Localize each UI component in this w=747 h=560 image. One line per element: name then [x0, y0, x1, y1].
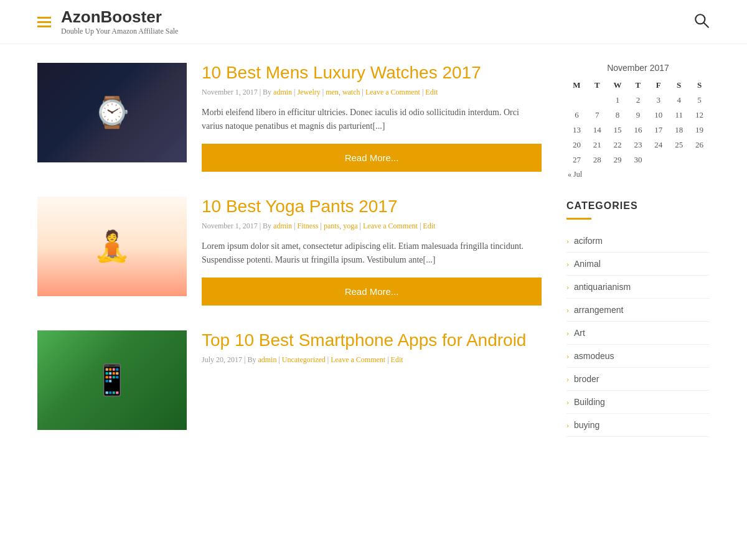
post-thumbnail [37, 197, 187, 296]
category-label: buying [574, 420, 599, 430]
calendar-day[interactable]: 18 [669, 123, 689, 138]
post-edit[interactable]: Edit [423, 222, 435, 230]
calendar-day [566, 93, 587, 108]
post-item: 10 Best Yoga Pants 2017 November 1, 2017… [37, 197, 542, 306]
calendar-day[interactable]: 25 [669, 138, 689, 152]
calendar-day[interactable]: 7 [587, 108, 608, 123]
calendar-day [689, 152, 710, 167]
post-comments[interactable]: Leave a Comment [331, 355, 385, 364]
category-label: asmodeus [574, 351, 614, 361]
calendar-day[interactable]: 27 [566, 152, 587, 167]
post-meta: July 20, 2017 | By admin | Uncategorized… [202, 355, 542, 365]
read-more-button[interactable]: Read More... [202, 144, 542, 172]
post-author[interactable]: admin [273, 88, 292, 96]
post-title[interactable]: Top 10 Best Smartphone Apps for Android [202, 330, 542, 350]
calendar-day[interactable]: 13 [566, 123, 587, 138]
svg-line-1 [704, 23, 708, 27]
post-body: 10 Best Yoga Pants 2017 November 1, 2017… [202, 197, 542, 306]
calendar-day[interactable]: 15 [608, 123, 628, 138]
post-title[interactable]: 10 Best Yoga Pants 2017 [202, 197, 542, 217]
search-button[interactable] [693, 12, 710, 31]
calendar-day[interactable]: 20 [566, 138, 587, 152]
post-category[interactable]: Fitness [297, 222, 318, 230]
page-container: 10 Best Mens Luxury Watches 2017 Novembe… [0, 44, 747, 474]
calendar-day[interactable]: 26 [689, 138, 710, 152]
post-tag-yoga[interactable]: yoga [343, 222, 357, 230]
calendar-day[interactable]: 22 [608, 138, 628, 152]
calendar-day[interactable]: 14 [587, 123, 608, 138]
post-comments[interactable]: Leave a Comment [363, 222, 418, 230]
calendar-day[interactable]: 8 [608, 108, 628, 123]
category-arrow-icon: › [566, 306, 569, 315]
category-label: aciform [574, 236, 603, 246]
calendar-day[interactable]: 10 [648, 108, 669, 123]
post-tag-pants[interactable]: pants [324, 222, 339, 230]
post-author[interactable]: admin [273, 222, 292, 230]
site-tagline: Double Up Your Amazon Affiliate Sale [61, 27, 178, 36]
calendar-day-header: F [648, 78, 669, 93]
post-tag-watch[interactable]: watch [342, 88, 360, 96]
category-arrow-icon: › [566, 421, 569, 430]
calendar-day-header: T [628, 78, 649, 93]
calendar-day[interactable]: 12 [689, 108, 710, 123]
category-item[interactable]: ›Art [566, 322, 710, 345]
category-item[interactable]: ›broder [566, 368, 710, 391]
category-item[interactable]: ›buying [566, 414, 710, 437]
calendar-day[interactable]: 28 [587, 152, 608, 167]
post-excerpt: Morbi eleifend libero in efficitur ultri… [202, 106, 542, 134]
category-arrow-icon: › [566, 398, 569, 407]
post-category[interactable]: Uncategorized [282, 355, 326, 364]
calendar-day[interactable]: 2 [628, 93, 649, 108]
calendar-day[interactable]: 21 [587, 138, 608, 152]
post-edit[interactable]: Edit [391, 355, 403, 364]
calendar-day[interactable]: 30 [628, 152, 649, 167]
calendar-day[interactable]: 11 [669, 108, 689, 123]
category-arrow-icon: › [566, 259, 569, 269]
post-tag-men[interactable]: men [326, 88, 339, 96]
site-branding: AzonBooster Double Up Your Amazon Affili… [61, 7, 178, 36]
post-date: July 20, 2017 [202, 355, 242, 364]
categories-underline [566, 218, 591, 220]
category-label: antiquarianism [574, 282, 631, 292]
calendar-day [669, 152, 689, 167]
calendar-day-header: W [608, 78, 628, 93]
category-item[interactable]: ›antiquarianism [566, 276, 710, 299]
calendar-day[interactable]: 6 [566, 108, 587, 123]
calendar-day-header: M [566, 78, 587, 93]
category-item[interactable]: ›Animal [566, 253, 710, 276]
sidebar: November 2017 MTWTFSS 123456789101112131… [566, 63, 710, 455]
post-comments[interactable]: Leave a Comment [365, 88, 420, 96]
calendar-day[interactable]: 17 [648, 123, 669, 138]
calendar-day[interactable]: 5 [689, 93, 710, 108]
category-item[interactable]: ›asmodeus [566, 345, 710, 368]
calendar-day[interactable]: 29 [608, 152, 628, 167]
calendar-day[interactable]: 19 [689, 123, 710, 138]
category-item[interactable]: ›Building [566, 391, 710, 414]
category-arrow-icon: › [566, 282, 569, 292]
post-thumbnail [37, 63, 187, 162]
calendar-day[interactable]: 16 [628, 123, 649, 138]
calendar-table: MTWTFSS 12345678910111213141516171819202… [566, 78, 710, 182]
categories-widget: CATEGORIES ›aciform›Animal›antiquarianis… [566, 200, 710, 437]
category-item[interactable]: ›arrangement [566, 299, 710, 322]
calendar-day[interactable]: 24 [648, 138, 669, 152]
post-meta: November 1, 2017 | By admin | Jewelry | … [202, 88, 542, 97]
calendar-day[interactable]: 9 [628, 108, 649, 123]
category-item[interactable]: ›aciform [566, 230, 710, 253]
calendar-day[interactable]: 1 [608, 93, 628, 108]
calendar-day[interactable]: 23 [628, 138, 649, 152]
category-label: arrangement [574, 305, 623, 315]
calendar-day-header: S [669, 78, 689, 93]
read-more-button[interactable]: Read More... [202, 278, 542, 306]
category-label: Art [574, 328, 585, 338]
post-author[interactable]: admin [258, 355, 276, 364]
calendar-day[interactable]: 3 [648, 93, 669, 108]
hamburger-menu[interactable] [37, 17, 51, 27]
post-edit[interactable]: Edit [425, 88, 438, 96]
post-title[interactable]: 10 Best Mens Luxury Watches 2017 [202, 63, 542, 83]
calendar-prev-nav[interactable]: « Jul [566, 167, 710, 182]
category-arrow-icon: › [566, 329, 569, 338]
calendar-day[interactable]: 4 [669, 93, 689, 108]
category-label: broder [574, 374, 599, 384]
post-category[interactable]: Jewelry [297, 88, 320, 96]
